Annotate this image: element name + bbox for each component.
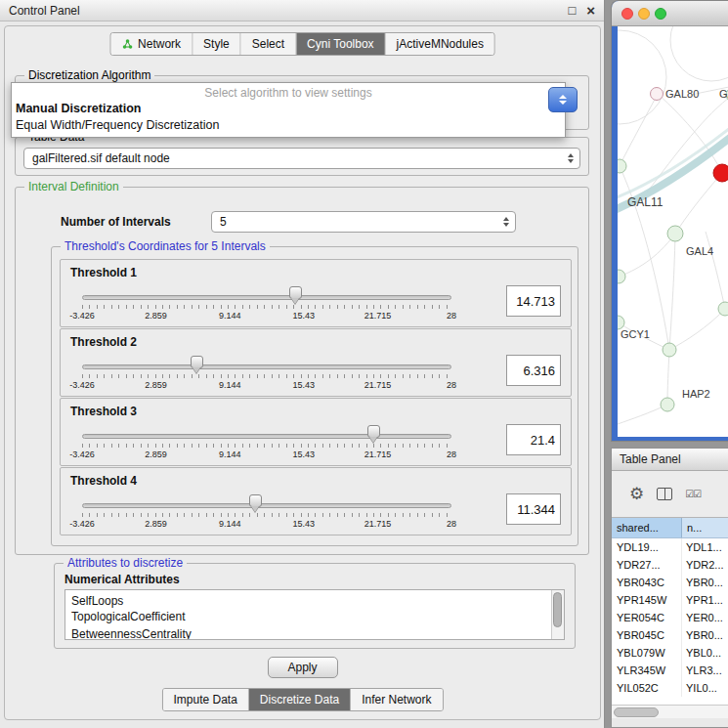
- list-item[interactable]: TopologicalCoefficient: [65, 608, 564, 625]
- select-columns-icon[interactable]: ☑☑: [685, 489, 701, 499]
- threshold-3-slider[interactable]: -3.426 2.859 9.144 15.43 21.715 28: [82, 422, 451, 465]
- scrollbar-thumb[interactable]: [553, 592, 562, 627]
- network-window-titlebar[interactable]: [612, 1, 728, 26]
- list-item[interactable]: BetweennessCentrality: [65, 625, 564, 640]
- tab-network[interactable]: Network: [110, 33, 193, 55]
- network-node[interactable]: [718, 302, 728, 316]
- cell: YBR0...: [682, 574, 728, 591]
- network-node[interactable]: [651, 88, 664, 101]
- zoom-traffic-light[interactable]: [655, 8, 666, 20]
- table-row[interactable]: YDR27...YDR2...: [612, 556, 728, 574]
- scale-label: -3.426: [69, 450, 95, 459]
- numerical-attributes-list[interactable]: SelfLoops TopologicalCoefficient Between…: [64, 589, 565, 640]
- threshold-2-value-field[interactable]: [506, 355, 561, 386]
- tab-jactivemnodules[interactable]: jActiveMNodules: [386, 33, 494, 55]
- tab-impute-data[interactable]: Impute Data: [162, 689, 248, 710]
- table-row[interactable]: YLR345WYLR3...: [612, 662, 728, 679]
- slider-track[interactable]: [82, 295, 451, 300]
- slider-track[interactable]: [82, 364, 451, 369]
- table-row[interactable]: YBR043CYBR0...: [612, 574, 728, 591]
- cell: YBR0...: [682, 626, 728, 644]
- table-row[interactable]: YPR145WYPR1...: [612, 591, 728, 609]
- cell: YPR145W: [612, 591, 682, 609]
- node-label-partial: GA: [719, 88, 728, 100]
- cell: YLR3...: [682, 662, 728, 679]
- slider-thumb[interactable]: [289, 286, 302, 299]
- network-node[interactable]: [618, 316, 624, 329]
- threshold-4-value-field[interactable]: [506, 493, 561, 525]
- network-node-selected[interactable]: [713, 164, 728, 182]
- tab-label: Style: [203, 37, 230, 51]
- network-canvas[interactable]: GAL80 GA GAL11 GAL4 GCY1 HAP2: [618, 26, 728, 437]
- table-body: YDL19...YDL1... YDR27...YDR2... YBR043CY…: [612, 538, 728, 697]
- table-data-selected-value: galFiltered.sif default node: [32, 151, 170, 165]
- slider-thumb[interactable]: [249, 494, 262, 507]
- network-view-window[interactable]: GAL80 GA GAL11 GAL4 GCY1 HAP2: [611, 0, 728, 442]
- attributes-list-scrollbar[interactable]: [551, 590, 564, 639]
- scale-label: 28: [447, 519, 456, 529]
- tab-cyni-toolbox[interactable]: Cyni Toolbox: [296, 33, 385, 55]
- threshold-1-value-field[interactable]: [506, 285, 561, 317]
- threshold-2-slider[interactable]: -3.426 2.859 9.144 15.43 21.715 28: [82, 353, 451, 396]
- columns-icon[interactable]: [657, 488, 672, 500]
- control-panel-tabs: Network Style Select Cyni Toolbox jActiv…: [109, 32, 495, 56]
- tab-infer-network[interactable]: Infer Network: [351, 689, 442, 710]
- scrollbar-thumb[interactable]: [614, 707, 659, 717]
- slider-ticks: [82, 444, 451, 448]
- table-row[interactable]: YBR045CYBR0...: [612, 626, 728, 644]
- slider-track[interactable]: [82, 434, 451, 439]
- node-label-gal11: GAL11: [627, 195, 664, 209]
- number-of-intervals-combobox[interactable]: 5: [211, 211, 516, 233]
- network-node[interactable]: [667, 226, 683, 241]
- algorithm-combo-stepper[interactable]: [548, 87, 578, 112]
- algorithm-dropdown-popup: Select algorithm to view settings Manual…: [11, 82, 566, 138]
- list-item[interactable]: SelfLoops: [65, 590, 564, 608]
- table-row[interactable]: YDL19...YDL1...: [612, 538, 728, 556]
- float-window-icon[interactable]: □: [568, 4, 576, 17]
- slider-track[interactable]: [82, 503, 451, 508]
- threshold-3-label: Threshold 3: [70, 405, 137, 418]
- node-label-hap2: HAP2: [682, 388, 710, 400]
- network-node[interactable]: [661, 398, 674, 411]
- minimize-traffic-light[interactable]: [638, 8, 650, 20]
- tab-style[interactable]: Style: [193, 33, 241, 55]
- column-header-shared-name[interactable]: shared...: [612, 518, 682, 537]
- column-header-name[interactable]: n...: [682, 518, 728, 537]
- dropdown-option-manual-discretization[interactable]: Manual Discretization: [12, 101, 565, 117]
- slider-scale: -3.426 2.859 9.144 15.43 21.715 28: [82, 450, 451, 461]
- slider-scale: -3.426 2.859 9.144 15.43 21.715 28: [82, 380, 451, 392]
- table-data-combobox[interactable]: galFiltered.sif default node: [23, 148, 580, 169]
- network-node[interactable]: [618, 159, 626, 173]
- combo-stepper-icon: [503, 217, 509, 227]
- table-row[interactable]: YIL052CYIL0...: [612, 679, 728, 697]
- tab-select[interactable]: Select: [241, 33, 296, 55]
- scale-label: 15.43: [293, 450, 316, 459]
- tab-discretize-data[interactable]: Discretize Data: [249, 689, 351, 710]
- cell: YIL052C: [612, 679, 682, 697]
- cell: YBL079W: [612, 644, 682, 662]
- close-window-icon[interactable]: ×: [586, 3, 595, 18]
- network-node[interactable]: [618, 270, 625, 283]
- network-node[interactable]: [663, 343, 676, 357]
- scale-label: 2.859: [145, 450, 167, 459]
- number-of-intervals-label: Number of Intervals: [61, 215, 171, 229]
- dropdown-option-equal-width-frequency[interactable]: Equal Width/Frequency Discretization: [12, 117, 565, 134]
- slider-thumb[interactable]: [367, 425, 380, 438]
- tab-label: Select: [252, 37, 284, 51]
- threshold-3-value-field[interactable]: [506, 424, 561, 455]
- table-row[interactable]: YER054CYER0...: [612, 609, 728, 626]
- table-horizontal-scrollbar[interactable]: [612, 705, 728, 718]
- gear-icon[interactable]: ⚙: [629, 484, 644, 504]
- apply-button[interactable]: Apply: [267, 657, 337, 678]
- scale-label: 9.144: [219, 311, 241, 321]
- dropdown-prompt-item: Select algorithm to view settings: [12, 85, 565, 101]
- number-of-intervals-value: 5: [220, 215, 227, 229]
- table-row[interactable]: YBL079WYBL0...: [612, 644, 728, 662]
- threshold-4-panel: Threshold 4 -3.426 2.859 9.144 15.43 21.…: [60, 467, 572, 535]
- close-traffic-light[interactable]: [621, 8, 633, 20]
- slider-thumb[interactable]: [191, 356, 203, 368]
- threshold-4-slider[interactable]: -3.426 2.859 9.144 15.43 21.715 28: [82, 492, 451, 535]
- cell: YPR1...: [682, 591, 728, 609]
- algorithm-group-label: Discretization Algorithm: [24, 68, 154, 82]
- threshold-1-slider[interactable]: -3.426 2.859 9.144 15.43 21.715 28: [82, 283, 451, 326]
